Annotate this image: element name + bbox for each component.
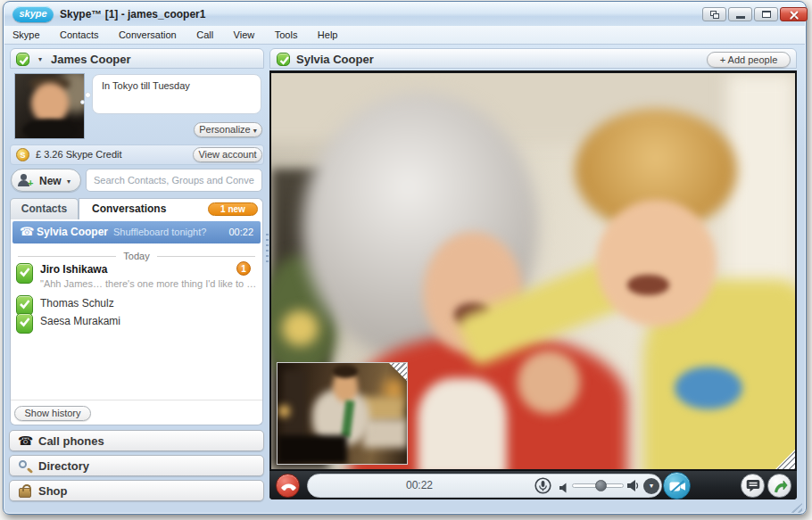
chat-button[interactable] (741, 474, 765, 498)
add-contact-icon (21, 174, 27, 180)
video-scene-wall (727, 73, 795, 303)
minimize-icon (736, 16, 745, 19)
status-caret-icon[interactable]: ▾ (38, 55, 42, 63)
credit-bar: S £ 3.26 Skype Credit View account (10, 144, 264, 165)
active-call-row[interactable]: ☎ Sylvia Cooper Shuffleboard tonight? 00… (12, 221, 261, 243)
new-conversations-badge: 1 new (208, 202, 258, 216)
divider-line (18, 256, 116, 257)
menu-skype[interactable]: Skype (4, 26, 48, 45)
peer-status-icon (277, 53, 290, 66)
show-history-button[interactable]: Show history (14, 406, 91, 421)
share-button[interactable] (767, 474, 791, 498)
menu-tools[interactable]: Tools (267, 26, 306, 45)
audio-options-button[interactable]: ▾ (643, 478, 659, 494)
personalize-label: Personalize (199, 124, 250, 135)
close-button[interactable] (780, 7, 808, 21)
active-call-topic: Shuffleboard tonight? (113, 227, 206, 237)
personalize-button[interactable]: Personalize ▾ (194, 122, 262, 137)
search-input[interactable] (86, 169, 262, 192)
menu-bar: Skype Contacts Conversation Call View To… (4, 26, 805, 45)
self-profile-header[interactable]: ▾ James Cooper (10, 48, 264, 69)
menu-conversation[interactable]: Conversation (111, 26, 185, 45)
add-people-button[interactable]: + Add people (707, 52, 791, 68)
search-box (86, 169, 262, 192)
avatar-photo-shirt (22, 119, 78, 139)
self-name: James Cooper (51, 53, 131, 66)
new-caret-icon: ▾ (67, 177, 70, 186)
title-bar[interactable]: skype Skype™ [1] - james_cooper1 (4, 3, 805, 26)
list-footer-divider (11, 400, 262, 400)
shopping-bag-icon (19, 488, 31, 498)
menu-help[interactable]: Help (310, 26, 346, 45)
menu-view[interactable]: View (226, 26, 263, 45)
personalize-caret-icon: ▾ (253, 127, 257, 135)
conversation-list: ☎ Sylvia Cooper Shuffleboard tonight? 00… (10, 219, 263, 425)
contact-status-icon (16, 263, 33, 284)
list-item-name[interactable]: Thomas Schulz (40, 297, 114, 310)
self-video-pip[interactable] (277, 362, 408, 465)
tab-conversations-label: Conversations (92, 202, 166, 215)
list-item-name[interactable]: Saesa Murakami (40, 315, 120, 327)
mood-bubble-tail-2 (80, 100, 85, 104)
view-account-label: View account (198, 149, 256, 160)
new-button-label: New (39, 175, 62, 187)
tab-conversations[interactable]: Conversations 1 new (79, 198, 263, 219)
telephone-icon: ☎ (18, 433, 33, 448)
section-directory[interactable]: Directory (9, 455, 264, 476)
video-toggle-button[interactable] (663, 472, 691, 499)
pip-james-hair (333, 365, 358, 378)
pane-divider-grip[interactable] (266, 234, 269, 264)
video-scene-lamp (282, 310, 319, 346)
conversation-header: Sylvia Cooper + Add people (269, 48, 797, 69)
skype-logo-icon: skype (12, 6, 54, 22)
section-label: Call phones (38, 434, 104, 448)
section-label: Shop (38, 484, 68, 498)
list-item-name[interactable]: Jiro Ishikawa (40, 263, 107, 276)
screen: skype Skype™ [1] - james_cooper1 Skype C… (0, 0, 812, 520)
view-account-button[interactable]: View account (193, 147, 262, 162)
mood-message-bubble[interactable]: In Tokyo till Tuesday (92, 74, 261, 114)
volume-slider-thumb[interactable] (595, 480, 607, 491)
menu-contacts[interactable]: Contacts (52, 26, 106, 45)
self-avatar[interactable] (14, 73, 85, 139)
call-duration: 00:22 (308, 475, 531, 497)
list-item-preview[interactable]: "Ahh James… there's one more thing I'd l… (40, 278, 258, 289)
camera-off-icon (669, 480, 686, 493)
date-divider: Today (11, 250, 262, 262)
contact-status-icon (16, 313, 33, 334)
pip-scene-desk (278, 435, 347, 464)
boy-shirt-graphic (675, 367, 742, 410)
date-divider-label: Today (123, 251, 149, 261)
search-icon (19, 460, 27, 468)
tab-contacts[interactable]: Contacts (10, 198, 79, 219)
section-call-phones[interactable]: ☎ Call phones (9, 430, 264, 451)
green-arrow-icon (773, 479, 788, 494)
grandmother-hand (518, 351, 580, 414)
grandmother-collar (418, 378, 507, 469)
section-shop[interactable]: Shop (9, 480, 264, 501)
peer-name: Sylvia Cooper (296, 53, 374, 66)
maximize-button[interactable] (754, 7, 778, 21)
mood-bubble-tail (85, 92, 91, 98)
volume-up-icon[interactable] (626, 479, 639, 496)
maximize-icon (762, 11, 771, 18)
credit-amount: £ 3.26 Skype Credit (36, 149, 122, 160)
microphone-mute-icon[interactable] (534, 477, 551, 494)
volume-down-icon[interactable] (559, 481, 568, 497)
self-status-icon[interactable] (16, 53, 29, 66)
end-call-button[interactable] (276, 474, 300, 498)
active-call-duration: 00:22 (228, 227, 253, 237)
compact-view-icon-2 (713, 13, 719, 19)
call-status-pill: 00:22 ▾ (307, 474, 662, 498)
hangup-phone-icon (280, 482, 297, 491)
menu-call[interactable]: Call (188, 26, 221, 45)
divider-line-2 (157, 256, 255, 257)
boy-face (596, 200, 717, 326)
window-title: Skype™ [1] - james_cooper1 (60, 8, 205, 21)
minimize-button[interactable] (728, 7, 752, 21)
new-button[interactable]: + New ▾ (11, 169, 81, 192)
plus-icon: + (28, 177, 33, 188)
unread-badge: 1 (236, 261, 251, 276)
active-call-name: Sylvia Cooper (37, 226, 108, 238)
compact-view-button[interactable] (702, 7, 726, 21)
